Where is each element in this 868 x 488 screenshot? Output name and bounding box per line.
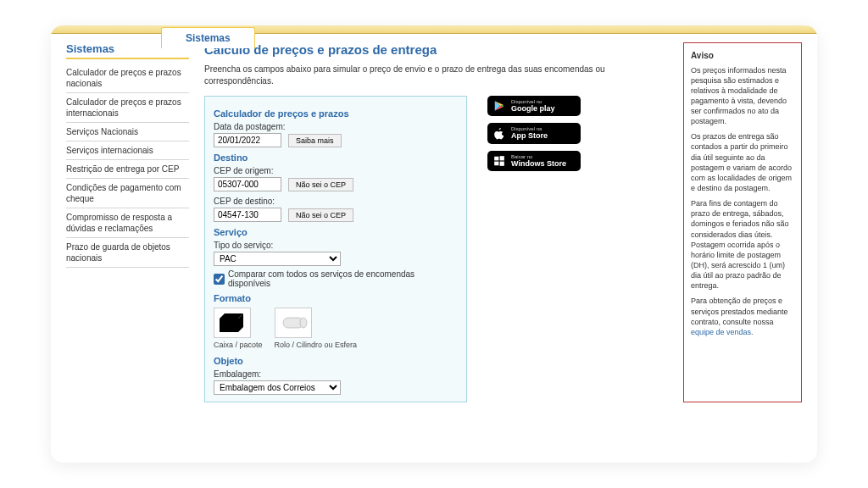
format-option-rolo[interactable]: Rolo / Cilindro ou Esfera	[275, 308, 358, 349]
input-data-postagem[interactable]	[214, 133, 281, 147]
select-embalagem[interactable]: Embalagem dos Correios	[214, 380, 341, 395]
aviso-box: Aviso Os preços informados nesta pesquis…	[683, 42, 802, 402]
google-play-badge[interactable]: Disponível noGoogle play	[487, 96, 581, 116]
aviso-p1: Os preços informados nesta pesquisa são …	[691, 65, 794, 127]
store-badges: Disponível noGoogle play Disponível naAp…	[487, 96, 581, 178]
svg-rect-9	[494, 157, 498, 161]
aviso-title: Aviso	[691, 50, 794, 62]
checkbox-comparar[interactable]	[214, 274, 225, 285]
section-objeto: Objeto	[214, 356, 458, 366]
calculator-form: Calculador de preços e prazos Data da po…	[204, 96, 467, 402]
windows-icon	[492, 154, 506, 168]
select-tipo-servico[interactable]: PAC	[214, 252, 341, 266]
google-play-icon	[492, 99, 506, 113]
intro-text: Preencha os campos abaixo para simular o…	[204, 64, 668, 87]
nao-sei-cep-destino-button[interactable]: Não sei o CEP	[288, 208, 353, 222]
sidebar-item-precos-internacionais[interactable]: Calculador de preços e prazos internacio…	[66, 93, 189, 123]
section-formato: Formato	[214, 293, 458, 303]
svg-marker-0	[220, 319, 238, 332]
label-comparar: Comparar com todos os serviços de encome…	[228, 269, 458, 288]
label-cep-destino: CEP de destino:	[214, 197, 458, 206]
svg-rect-10	[500, 156, 504, 160]
sidebar-item-compromisso-resposta[interactable]: Compromisso de resposta a dúvidas e recl…	[66, 208, 189, 238]
equipe-vendas-link[interactable]: equipe de vendas	[691, 328, 751, 336]
aviso-p4: Para obtenção de preços e serviços prest…	[691, 296, 794, 337]
aviso-p2: Os prazos de entrega são contados a part…	[691, 131, 794, 193]
box-icon	[214, 308, 251, 338]
page-title: Cálculo de preços e prazos de entrega	[204, 42, 668, 57]
label-cep-origem: CEP de origem:	[214, 166, 458, 175]
sidebar-item-prazo-guarda[interactable]: Prazo de guarda de objetos nacionais	[66, 238, 189, 268]
app-store-badge[interactable]: Disponível naApp Store	[487, 123, 581, 143]
sidebar-item-servicos-internacionais[interactable]: Serviços internacionais	[66, 141, 189, 160]
nao-sei-cep-origem-button[interactable]: Não sei o CEP	[288, 178, 353, 191]
input-cep-destino[interactable]	[214, 208, 281, 222]
sidebar-item-precos-nacionais[interactable]: Calculador de preços e prazos nacionais	[66, 64, 189, 93]
aviso-p3: Para fins de contagem do prazo de entreg…	[691, 198, 794, 291]
tab-sistemas[interactable]: Sistemas	[161, 27, 255, 48]
sidebar-item-pagamento-cheque[interactable]: Condições de pagamento com cheque	[66, 179, 189, 208]
section-destino: Destino	[214, 152, 458, 163]
svg-rect-11	[494, 162, 498, 166]
cylinder-icon	[275, 308, 312, 338]
label-embalagem: Embalagem:	[214, 369, 458, 379]
windows-store-badge[interactable]: Baixar noWindows Store	[487, 151, 581, 171]
sidebar-item-servicos-nacionais[interactable]: Serviços Nacionais	[66, 123, 189, 141]
sidebar: Sistemas Calculador de preços e prazos n…	[66, 42, 189, 402]
format-option-caixa[interactable]: Caixa / pacote	[214, 308, 263, 349]
input-cep-origem[interactable]	[214, 177, 281, 191]
sidebar-item-restricao-cep[interactable]: Restrição de entrega por CEP	[66, 160, 189, 179]
main-content: Cálculo de preços e prazos de entrega Pr…	[204, 42, 668, 402]
saiba-mais-button[interactable]: Saiba mais	[288, 134, 342, 147]
section-calculador: Calculador de preços e prazos	[214, 108, 458, 119]
label-data-postagem: Data da postagem:	[214, 122, 458, 131]
svg-point-4	[300, 318, 307, 328]
svg-rect-12	[500, 162, 504, 166]
section-servico: Serviço	[214, 227, 458, 237]
label-tipo-servico: Tipo do serviço:	[214, 241, 458, 250]
apple-icon	[492, 127, 506, 141]
